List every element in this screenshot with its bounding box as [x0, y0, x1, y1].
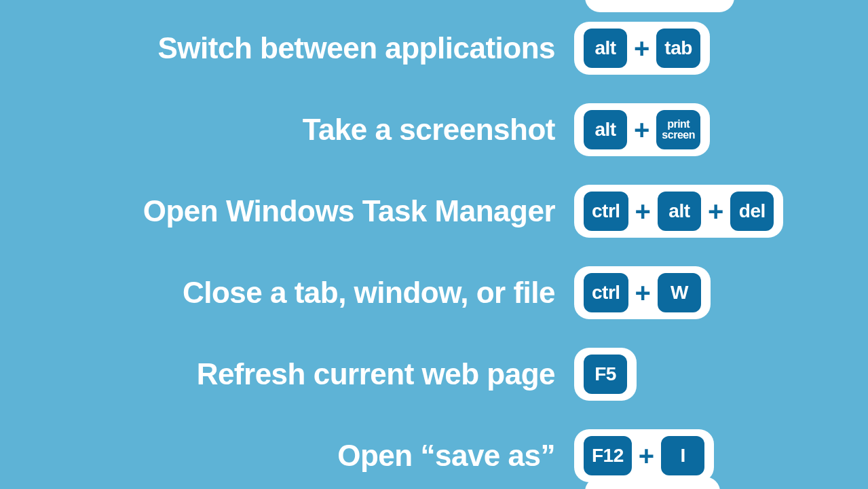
- key-ctrl: ctrl: [584, 192, 628, 231]
- key-w: W: [658, 273, 701, 312]
- shortcut-label: Refresh current web page: [0, 357, 574, 391]
- plus-icon: +: [634, 116, 649, 143]
- shortcut-row: Refresh current web page F5: [0, 348, 868, 401]
- partial-keygroup-top: [585, 0, 734, 12]
- shortcut-label: Close a tab, window, or file: [0, 276, 574, 310]
- shortcut-row: Open “save as” F12 + I: [0, 429, 868, 482]
- key-f12: F12: [584, 436, 632, 475]
- plus-icon: +: [634, 35, 649, 62]
- shortcut-label: Take a screenshot: [0, 113, 574, 147]
- key-f5: F5: [584, 355, 627, 394]
- plus-icon: +: [639, 442, 654, 469]
- key-tab: tab: [656, 29, 700, 68]
- key-alt: alt: [584, 110, 627, 149]
- plus-icon: +: [635, 198, 651, 225]
- shortcut-row: Take a screenshot alt + printscreen: [0, 103, 868, 156]
- plus-icon: +: [635, 279, 651, 306]
- key-del: del: [730, 192, 774, 231]
- key-alt: alt: [584, 29, 627, 68]
- key-group: F5: [574, 348, 637, 401]
- partial-keygroup-bottom: xx + xx: [585, 477, 720, 489]
- shortcut-label: Open Windows Task Manager: [0, 194, 574, 228]
- key-alt: alt: [658, 192, 701, 231]
- key-group: ctrl + alt + del: [574, 185, 783, 238]
- shortcut-row: Open Windows Task Manager ctrl + alt + d…: [0, 185, 868, 238]
- shortcut-label: Open “save as”: [0, 439, 574, 473]
- key-print-screen: printscreen: [656, 110, 700, 149]
- key-i: I: [661, 436, 704, 475]
- shortcut-row: Switch between applications alt + tab: [0, 22, 868, 75]
- shortcut-label: Switch between applications: [0, 31, 574, 65]
- plus-icon: +: [708, 198, 723, 225]
- key-group: ctrl + W: [574, 266, 711, 319]
- key-group: F12 + I: [574, 429, 714, 482]
- key-ctrl: ctrl: [584, 273, 628, 312]
- key-group: alt + printscreen: [574, 103, 710, 156]
- key-group: alt + tab: [574, 22, 710, 75]
- shortcut-row: Close a tab, window, or file ctrl + W: [0, 266, 868, 319]
- shortcuts-list: Switch between applications alt + tab Ta…: [0, 0, 868, 482]
